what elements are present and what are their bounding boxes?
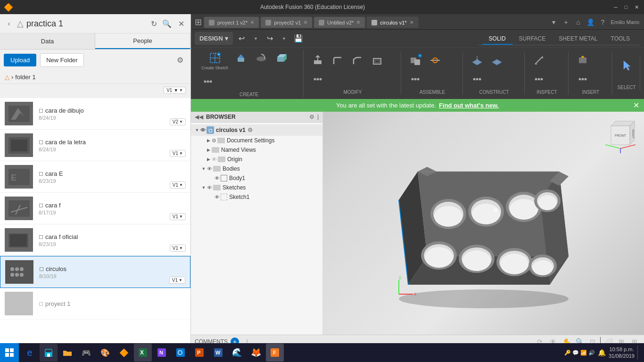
create-sketch-button[interactable]: + Create Sketch [198, 49, 231, 72]
toolbar-apps-button[interactable]: ⊞ [193, 15, 204, 29]
start-button[interactable] [0, 343, 19, 362]
taskbar-paint[interactable]: 🎨 [96, 344, 114, 362]
version-badge[interactable]: V1 [170, 150, 186, 157]
new-component-button[interactable]: + [406, 52, 425, 70]
settings-button[interactable]: ⚙ [173, 54, 187, 67]
list-item[interactable]: V1 ▼ [0, 84, 190, 98]
taskbar-excel[interactable]: X [134, 344, 152, 362]
list-item[interactable]: ◻ circulos 8/10/19 V1 [0, 256, 190, 288]
taskbar-firefox[interactable]: 🦊 [247, 344, 265, 362]
taskbar-ie[interactable]: e [21, 344, 39, 362]
visibility-eye-icon[interactable]: 👁 [212, 156, 217, 162]
visibility-eye-icon[interactable]: 👁 [200, 127, 206, 133]
browser-collapse-button[interactable]: ◀◀ [195, 114, 203, 120]
midplane-button[interactable] [487, 52, 506, 70]
taskbar-fusion[interactable]: 🔶 [115, 344, 133, 362]
undo-arrow-button[interactable]: ▾ [251, 33, 261, 44]
viewport[interactable]: ◀◀ BROWSER ⚙ | ▼ 👁 ◻ circulos v1 ⚙ [191, 112, 644, 335]
list-item[interactable]: ◻ proyect 1 [0, 288, 190, 320]
tab-close-icon[interactable]: ✕ [250, 20, 254, 25]
viewcube[interactable]: FRONT RIGHT [602, 116, 639, 154]
version-badge[interactable]: V2 [170, 118, 186, 125]
new-folder-button[interactable]: New Folder [40, 53, 83, 67]
tab-close-icon[interactable]: ✕ [304, 20, 307, 25]
tree-root-item[interactable]: ▼ 👁 ◻ circulos v1 ⚙ [191, 124, 322, 136]
account-button[interactable]: 👤 [585, 17, 595, 27]
tree-item[interactable]: ▶ ⚙ Document Settings [191, 136, 322, 145]
shell-button[interactable] [368, 52, 387, 70]
maximize-button[interactable]: □ [622, 3, 630, 11]
tree-item[interactable]: ▶ Named Views [191, 145, 322, 155]
tree-item[interactable]: ▶ 👁 Origin [191, 155, 322, 164]
tab-close-icon[interactable]: ✕ [356, 20, 360, 25]
taskbar-powerpoint[interactable]: P [190, 344, 208, 362]
list-item[interactable]: ◻ cara f 8/17/19 V1 [0, 193, 190, 224]
tree-item[interactable]: ▼ 👁 Bodies [191, 164, 322, 173]
taskbar-outlook[interactable] [172, 344, 190, 362]
box-button[interactable] [272, 49, 290, 72]
visibility-eye-icon[interactable]: 👁 [207, 185, 212, 190]
tree-item[interactable]: 👁 Body1 [191, 173, 322, 183]
chamfer-button[interactable] [348, 52, 367, 70]
help-button[interactable]: ? [597, 17, 608, 27]
extrude-button[interactable] [232, 49, 251, 72]
taskbar-word[interactable]: W [209, 344, 227, 362]
tab-circulos[interactable]: circulos v1* ✕ [366, 16, 418, 28]
tree-item[interactable]: 👁 Sketch1 [191, 192, 322, 202]
upload-button[interactable]: Upload [4, 54, 36, 66]
select-button[interactable] [617, 57, 636, 84]
visibility-eye-icon[interactable]: 👁 [207, 166, 212, 172]
list-item[interactable]: E ◻ cara E 8/23/19 V1 [0, 161, 190, 193]
browser-pin-button[interactable]: | [317, 114, 319, 120]
taskbar-game[interactable]: 🎮 [77, 344, 95, 362]
list-item[interactable]: ◻ cara f oficial 8/23/19 V1 [0, 224, 190, 256]
more-assemble-button[interactable] [406, 71, 425, 89]
offset-plane-button[interactable] [468, 52, 487, 70]
more-insert-button[interactable] [573, 71, 592, 89]
tab-surface[interactable]: SURFACE [512, 33, 553, 45]
more-construct-button[interactable] [468, 71, 487, 89]
version-badge[interactable]: V1 [169, 277, 185, 284]
redo-arrow-button[interactable]: ▾ [279, 33, 289, 44]
notification-link[interactable]: Find out what's new. [439, 102, 499, 109]
redo-button[interactable]: ↪ [265, 33, 275, 44]
left-panel-close-button[interactable]: ✕ [175, 18, 187, 29]
tab-data[interactable]: Data [0, 33, 95, 49]
visibility-eye-icon[interactable]: 👁 [215, 175, 220, 181]
notification-close-button[interactable]: ✕ [633, 101, 639, 110]
new-tab-button[interactable]: + [561, 17, 571, 27]
insert-derive-button[interactable] [573, 52, 592, 70]
tab-untitled[interactable]: Untitled v2* ✕ [314, 16, 365, 28]
tab-solid[interactable]: SOLID [482, 33, 512, 45]
fillet-button[interactable] [328, 52, 347, 70]
version-badge[interactable]: V1 [170, 213, 186, 220]
undo-button[interactable]: ↩ [237, 33, 247, 44]
back-button[interactable]: ‹ [4, 18, 14, 29]
list-item[interactable]: ◻ cara de la letra 8/24/19 V1 [0, 130, 190, 161]
settings-gear-icon[interactable]: ⚙ [248, 127, 253, 133]
measure-button[interactable] [529, 52, 548, 70]
tree-item[interactable]: ▼ 👁 Sketches [191, 183, 322, 192]
more-create-button[interactable] [198, 73, 217, 91]
tab-tools[interactable]: TOOLS [604, 33, 636, 45]
revolve-button[interactable] [252, 49, 271, 72]
more-modify-button[interactable] [308, 71, 327, 89]
joint-button[interactable] [426, 52, 445, 70]
version-badge[interactable]: V1 [170, 245, 186, 252]
close-button[interactable]: ✕ [633, 3, 640, 11]
more-inspect-button[interactable] [529, 71, 548, 89]
version-badge[interactable]: V1 [170, 181, 186, 189]
refresh-button[interactable]: ↻ [148, 18, 159, 29]
taskbar-store[interactable] [40, 344, 58, 362]
model-area[interactable]: x y FRONT RIGHT [323, 112, 644, 335]
tab-proyect1[interactable]: proyect 1 v2* ✕ [204, 16, 259, 28]
press-pull-button[interactable] [308, 52, 327, 70]
version-badge[interactable]: V1 ▼ [164, 87, 186, 94]
taskbar-folder[interactable] [58, 344, 76, 362]
minimize-button[interactable]: ─ [612, 3, 619, 11]
taskbar-onenote[interactable]: N [153, 344, 171, 362]
tab-proyect2[interactable]: proyect2 v1 ✕ [260, 16, 313, 28]
taskbar-fusion2[interactable]: F [266, 344, 284, 362]
tab-close-icon[interactable]: ✕ [410, 20, 413, 25]
taskbar-browser[interactable]: 🌊 [228, 344, 246, 362]
